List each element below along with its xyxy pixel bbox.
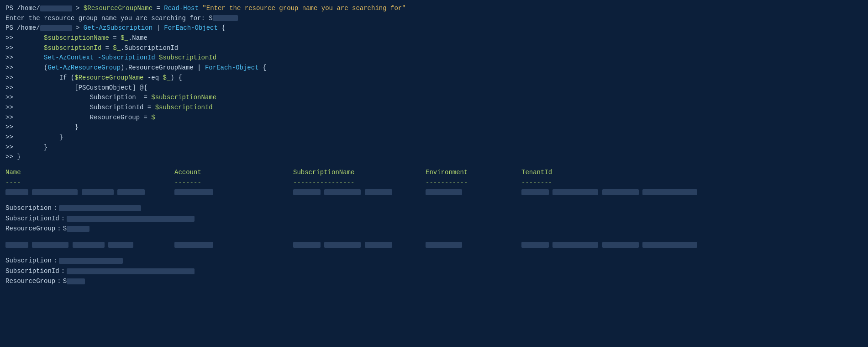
- sep-6: :: [57, 277, 61, 287]
- line-9: >> [PSCustomObject] @{: [5, 83, 863, 93]
- subscriptionid-label-2: SubscriptionId: [5, 267, 59, 277]
- resourcegroup-value-1: S: [63, 224, 89, 234]
- gap-3: [5, 235, 863, 240]
- resourcegroup-label-1: ResourceGroup: [5, 224, 55, 234]
- col-subname-header: SubscriptionName: [293, 168, 426, 178]
- col-tenant-header: TenantId: [521, 168, 863, 178]
- table-row-2-account: [174, 240, 293, 250]
- subscription-label-2: Subscription: [5, 256, 52, 266]
- line-8: >> If ($ResourceGroupName -eq $_) {: [5, 73, 863, 83]
- line-11: >> SubscriptionId = $subscriptionId: [5, 103, 863, 113]
- table-row-1-env: [426, 187, 521, 198]
- terminal-window: PS /home/ > $ResourceGroupName = Read-Ho…: [5, 4, 863, 287]
- line-6: >> Set-AzContext -SubscriptionId $subscr…: [5, 53, 863, 63]
- subscription-value-1: [59, 205, 141, 211]
- line-1: PS /home/ > $ResourceGroupName = Read-Ho…: [5, 4, 863, 14]
- gap-1: [5, 162, 863, 168]
- result2-subscriptionid-row: SubscriptionId :: [5, 267, 863, 277]
- sep-4: :: [53, 256, 57, 266]
- table-row-1-account: [174, 187, 293, 198]
- result1-subscription-row: Subscription :: [5, 203, 863, 214]
- table-data-row-1: [5, 187, 863, 198]
- sep-2: :: [61, 214, 65, 224]
- resourcegroup-value-2: S: [63, 277, 85, 287]
- line-4: >> $subscriptionName = $_.Name: [5, 33, 863, 43]
- subscriptionid-value-2: [67, 268, 195, 274]
- subscriptionid-label-1: SubscriptionId: [5, 214, 59, 224]
- result2-resourcegroup-row: ResourceGroup : S: [5, 277, 863, 287]
- dashes-tenant: --------: [521, 178, 863, 188]
- dashes-subname: ----------------: [293, 178, 426, 188]
- dashes-name: ----: [5, 178, 174, 188]
- line-16: >> }: [5, 152, 863, 162]
- table-row-1-subname: [293, 187, 426, 198]
- table-dashes-row: ---- ------- ---------------- ----------…: [5, 178, 863, 188]
- line-13: >> }: [5, 123, 863, 133]
- col-name-header: Name: [5, 168, 174, 178]
- sep-5: :: [61, 267, 65, 277]
- table-header-row: Name Account SubscriptionName Environmen…: [5, 168, 863, 178]
- table-row-2-name: [5, 240, 174, 250]
- dashes-env: -----------: [426, 178, 521, 188]
- table-row-2-tenant: [521, 240, 863, 250]
- line-3: PS /home/ > Get-AzSubscription | ForEach…: [5, 23, 863, 33]
- table-data-row-2: [5, 240, 863, 250]
- sep-1: :: [53, 203, 57, 214]
- gap-2: [5, 198, 863, 203]
- line-10: >> Subscription = $subscriptionName: [5, 93, 863, 103]
- table-row-2-subname: [293, 240, 426, 250]
- line-14: >> }: [5, 133, 863, 143]
- subscriptionid-value-1: [67, 216, 195, 222]
- line-12: >> ResourceGroup = $_: [5, 113, 863, 123]
- table-row-2-env: [426, 240, 521, 250]
- resourcegroup-label-2: ResourceGroup: [5, 277, 55, 287]
- subscription-label-1: Subscription: [5, 203, 52, 214]
- line-2: Enter the resource group name you are se…: [5, 14, 863, 24]
- result2-subscription-row: Subscription :: [5, 256, 863, 266]
- gap-4: [5, 250, 863, 256]
- sep-3: :: [57, 224, 61, 234]
- dashes-account: -------: [174, 178, 293, 188]
- col-account-header: Account: [174, 168, 293, 178]
- subscription-value-2: [59, 258, 123, 264]
- result1-subscriptionid-row: SubscriptionId :: [5, 214, 863, 224]
- line-15: >> }: [5, 143, 863, 153]
- table-row-1-name: [5, 187, 174, 198]
- col-env-header: Environment: [426, 168, 521, 178]
- result1-resourcegroup-row: ResourceGroup : S: [5, 224, 863, 234]
- line-5: >> $subscriptionId = $_.SubscriptionId: [5, 43, 863, 53]
- table-row-1-tenant: [521, 187, 863, 198]
- line-7: >> (Get-AzResourceGroup).ResourceGroupNa…: [5, 63, 863, 73]
